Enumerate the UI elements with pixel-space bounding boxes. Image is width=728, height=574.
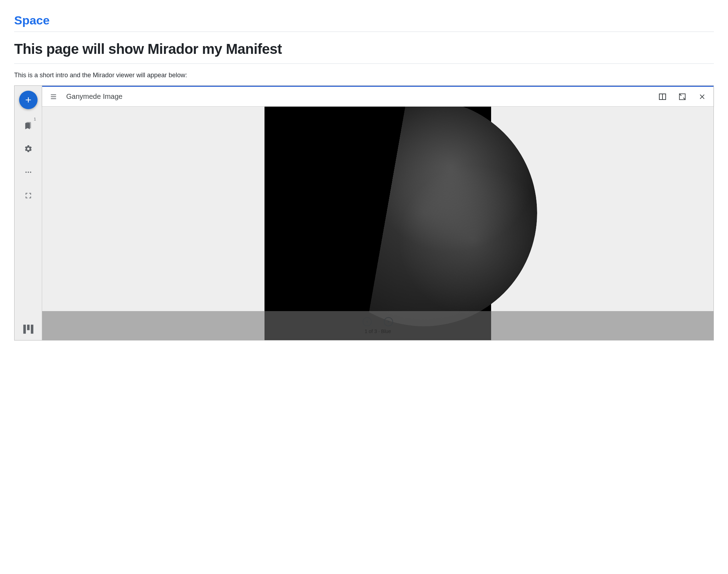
columns-icon	[658, 92, 667, 101]
intro-text: This is a short intro and the Mirador vi…	[14, 64, 714, 85]
site-title-link[interactable]: Space	[14, 7, 714, 32]
svg-rect-4	[27, 325, 29, 330]
expand-icon	[678, 93, 686, 101]
canvas-image[interactable]	[265, 107, 491, 340]
ganymede-render	[311, 107, 537, 326]
svg-point-2	[30, 171, 31, 173]
svg-point-1	[28, 171, 29, 173]
change-view-button[interactable]	[655, 90, 670, 104]
page-heading: This page will show Mirador my Manifest	[14, 32, 714, 63]
mirador-logo-icon	[22, 323, 34, 335]
hamburger-icon	[50, 93, 57, 101]
fullscreen-workspace-button[interactable]	[21, 188, 35, 203]
resource-list-button[interactable]: 1	[21, 118, 35, 133]
canvas-stage[interactable]: 1 of 3 · Blue	[42, 107, 713, 340]
workspace-settings-button[interactable]	[21, 142, 35, 156]
svg-rect-3	[23, 325, 25, 334]
canvas-nav-overlay: 1 of 3 · Blue	[42, 311, 713, 340]
more-horizontal-icon	[24, 168, 32, 176]
fullscreen-window-button[interactable]	[675, 90, 689, 104]
window-menu-button[interactable]	[46, 90, 61, 104]
svg-point-0	[25, 171, 27, 173]
plus-icon	[24, 96, 32, 104]
viewer-window: Ganymede Image	[42, 86, 713, 340]
workspace-sidebar: 1	[15, 86, 42, 340]
fullscreen-icon	[25, 192, 32, 199]
window-title: Ganymede Image	[66, 92, 650, 101]
svg-rect-5	[31, 325, 33, 334]
more-options-button[interactable]	[21, 165, 35, 179]
bookmarks-icon	[24, 121, 33, 130]
mirador-logo	[22, 323, 34, 335]
resource-count-badge: 1	[34, 117, 36, 121]
chevron-left-icon	[365, 320, 369, 324]
add-resource-button[interactable]	[19, 91, 38, 109]
mirador-viewer: 1 Ganymede Image	[14, 85, 714, 341]
window-topbar: Ganymede Image	[42, 87, 713, 107]
canvas-caption: 1 of 3 · Blue	[365, 328, 391, 334]
close-window-button[interactable]	[695, 90, 709, 104]
next-canvas-button[interactable]	[384, 317, 393, 326]
chevron-right-icon	[386, 320, 391, 324]
close-icon	[699, 93, 706, 100]
previous-canvas-button[interactable]	[363, 317, 372, 326]
gear-icon	[24, 145, 33, 153]
